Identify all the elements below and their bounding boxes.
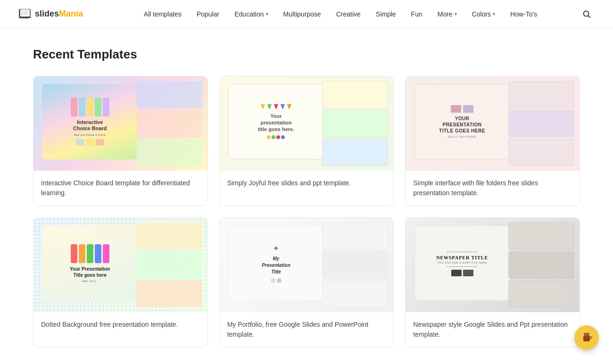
nav-fun[interactable]: Fun	[405, 8, 429, 21]
logo-text: slidesMania	[35, 9, 83, 19]
nav-simple[interactable]: Simple	[369, 8, 403, 21]
card2-title: Yourpresentationtitle goes here.	[258, 113, 295, 133]
card4-title: Your PresentationTitle goes here	[70, 266, 110, 278]
template-card-newspaper[interactable]: ━━━━━━━━━━━━━ NEWSPAPER TITLE YOU CAN AD…	[405, 217, 580, 347]
template-card-dotted[interactable]: Your PresentationTitle goes here Hello, …	[33, 217, 208, 347]
card2-preview: Yourpresentationtitle goes here.	[228, 84, 324, 159]
template-card-portfolio[interactable]: ✦ MyPresentationTitle My Port	[219, 217, 394, 347]
thumb-inner-1: InteractiveChoice Board May you choose a…	[33, 76, 207, 171]
support-fab[interactable]	[574, 325, 599, 350]
main-nav: All templates Popular Education ▾ Multip…	[102, 8, 579, 21]
more-chevron: ▾	[455, 11, 457, 17]
template-card-choice-board[interactable]: InteractiveChoice Board May you choose a…	[33, 76, 208, 206]
template-grid: InteractiveChoice Board May you choose a…	[33, 76, 580, 347]
site-header: slidesMania All templates Popular Educat…	[0, 0, 613, 28]
card1-side	[136, 81, 202, 166]
svg-point-5	[584, 11, 589, 16]
card3-preview: YOURPRESENTATIONTITLE GOES HERE HELLO, I…	[414, 84, 510, 159]
svg-line-6	[588, 16, 590, 17]
colors-chevron: ▾	[493, 11, 495, 17]
card-info-4: Dotted Background free presentation temp…	[33, 312, 207, 337]
template-card-file-folders[interactable]: YOURPRESENTATIONTITLE GOES HERE HELLO, I…	[405, 76, 580, 206]
card5-preview: ✦ MyPresentationTitle	[228, 225, 324, 301]
card-info-1: Interactive Choice Board template for di…	[33, 171, 207, 206]
thumb-inner-4: Your PresentationTitle goes here Hello, …	[33, 218, 207, 312]
card-description-1: Interactive Choice Board template for di…	[41, 178, 200, 198]
thumb-inner-6: ━━━━━━━━━━━━━ NEWSPAPER TITLE YOU CAN AD…	[406, 218, 580, 312]
card-info-5: My Portfolio, free Google Slides and Pow…	[220, 312, 394, 347]
thumb-inner-5: ✦ MyPresentationTitle	[220, 218, 394, 312]
nav-colors[interactable]: Colors ▾	[465, 8, 502, 21]
card5-title: MyPresentationTitle	[262, 256, 290, 275]
thumb-portfolio: ✦ MyPresentationTitle	[220, 218, 394, 312]
thumb-simply-joyful: Yourpresentationtitle goes here.	[220, 76, 394, 171]
nav-multipurpose[interactable]: Multipurpose	[277, 8, 328, 21]
nav-education[interactable]: Education ▾	[228, 8, 274, 21]
card-info-6: Newspaper style Google Slides and Ppt pr…	[406, 312, 580, 347]
logo[interactable]: slidesMania	[19, 9, 83, 19]
card-description-2: Simply Joyful free slides and ppt templa…	[227, 178, 386, 188]
nav-popular[interactable]: Popular	[190, 8, 226, 21]
card-info-2: Simply Joyful free slides and ppt templa…	[220, 171, 394, 196]
card6-preview: ━━━━━━━━━━━━━ NEWSPAPER TITLE YOU CAN AD…	[414, 225, 510, 301]
card3-title: YOURPRESENTATIONTITLE GOES HERE	[439, 116, 485, 134]
card-description-5: My Portfolio, free Google Slides and Pow…	[227, 320, 386, 339]
education-chevron: ▾	[266, 11, 268, 17]
card3-side	[508, 81, 574, 166]
thumb-dotted: Your PresentationTitle goes here Hello, …	[33, 218, 207, 312]
thumb-choice-board: InteractiveChoice Board May you choose a…	[33, 76, 207, 171]
template-card-simply-joyful[interactable]: Yourpresentationtitle goes here.	[219, 76, 394, 206]
search-button[interactable]	[579, 7, 594, 22]
coffee-cup-icon	[581, 332, 592, 343]
nav-all-templates[interactable]: All templates	[137, 8, 188, 21]
card4-preview: Your PresentationTitle goes here Hello, …	[42, 225, 138, 301]
card1-title: InteractiveChoice Board	[73, 119, 107, 132]
logo-icon	[19, 9, 32, 19]
card6-title: NEWSPAPER TITLE	[436, 255, 488, 261]
card-description-6: Newspaper style Google Slides and Ppt pr…	[413, 320, 572, 339]
card2-side	[322, 81, 388, 166]
main-content: Recent Templates InteractiveChoice Board	[24, 28, 589, 364]
card1-preview: InteractiveChoice Board May you choose a…	[42, 84, 138, 159]
card-description-3: Simple interface with file folders free …	[413, 178, 572, 198]
thumb-file-folders: YOURPRESENTATIONTITLE GOES HERE HELLO, I…	[406, 76, 580, 171]
nav-more[interactable]: More ▾	[431, 8, 464, 21]
section-title: Recent Templates	[33, 47, 580, 62]
card6-side	[508, 223, 574, 307]
thumb-inner-2: Yourpresentationtitle goes here.	[220, 76, 394, 171]
nav-howtos[interactable]: How-To's	[504, 8, 544, 21]
card-info-3: Simple interface with file folders free …	[406, 171, 580, 206]
search-icon	[582, 10, 591, 18]
thumb-inner-3: YOURPRESENTATIONTITLE GOES HERE HELLO, I…	[406, 76, 580, 171]
nav-creative[interactable]: Creative	[330, 8, 367, 21]
card4-side	[136, 223, 202, 307]
svg-rect-2	[21, 10, 28, 15]
card-description-4: Dotted Background free presentation temp…	[41, 320, 200, 330]
thumb-newspaper: ━━━━━━━━━━━━━ NEWSPAPER TITLE YOU CAN AD…	[406, 218, 580, 312]
card5-side	[322, 223, 388, 307]
